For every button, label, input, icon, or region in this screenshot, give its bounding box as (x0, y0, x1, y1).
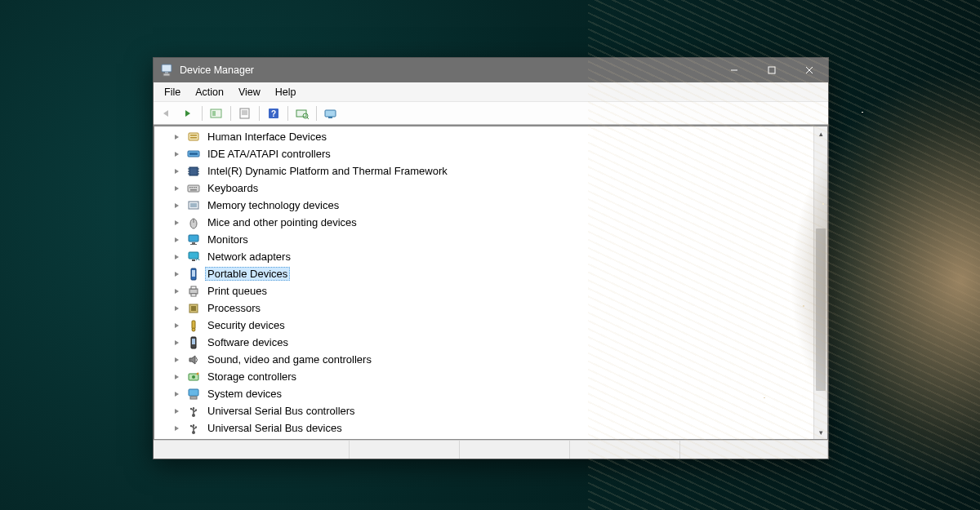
svg-rect-61 (190, 397, 197, 399)
tree-item-label: Portable Devices (205, 267, 290, 281)
svg-rect-65 (195, 409, 197, 410)
expander-icon[interactable] (172, 149, 182, 159)
tree-item[interactable]: System devices (154, 385, 813, 402)
toolbar-separator (202, 106, 203, 121)
toolbar-properties-button[interactable] (235, 104, 255, 122)
tree-item-label: Monitors (205, 233, 251, 246)
tree-item[interactable]: Portable Devices (154, 265, 813, 282)
toolbar-separator (316, 106, 317, 121)
toolbar-help-button[interactable]: ? (264, 104, 283, 122)
tree-item[interactable]: Keyboards (154, 180, 813, 197)
expander-icon[interactable] (172, 406, 182, 416)
keyboard-icon (187, 182, 200, 195)
titlebar[interactable]: Device Manager (154, 58, 828, 82)
expander-icon[interactable] (172, 132, 182, 142)
toolbar-separator (287, 106, 288, 121)
menu-view-label: View (238, 86, 261, 98)
svg-rect-49 (189, 289, 198, 294)
expander-icon[interactable] (172, 304, 182, 313)
menu-view[interactable]: View (231, 82, 268, 101)
storage-icon (187, 370, 200, 384)
tree-item[interactable]: Mice and other pointing devices (154, 214, 813, 231)
status-cell (460, 441, 570, 459)
svg-rect-44 (190, 244, 197, 245)
tree-item[interactable]: Security devices (154, 317, 813, 334)
tree-item[interactable]: Network adapters (154, 248, 813, 265)
svg-rect-24 (189, 153, 198, 155)
menu-help[interactable]: Help (268, 82, 304, 101)
svg-rect-57 (192, 339, 195, 344)
toolbar-show-tree-button[interactable] (207, 104, 226, 122)
svg-rect-25 (189, 167, 198, 175)
toolbar-back-button[interactable] (157, 104, 176, 122)
expander-icon[interactable] (172, 218, 182, 228)
vertical-scrollbar[interactable]: ▴ ▾ (813, 126, 827, 439)
window-title: Device Manager (180, 64, 254, 76)
menu-action[interactable]: Action (188, 82, 231, 101)
toolbar-forward-button[interactable] (178, 104, 198, 122)
expander-icon[interactable] (172, 424, 182, 433)
tree-item-label: Keyboards (205, 181, 261, 195)
tree-item-label: Memory technology devices (205, 198, 341, 212)
svg-rect-69 (195, 426, 197, 428)
cpu-icon (187, 302, 200, 315)
expander-icon[interactable] (172, 201, 182, 211)
svg-rect-20 (189, 133, 198, 140)
expander-icon[interactable] (172, 166, 182, 176)
svg-rect-2 (165, 72, 168, 73)
tree-item-label: Universal Serial Bus controllers (205, 404, 358, 418)
tree-item-label: Security devices (205, 318, 287, 332)
tree-item[interactable]: Universal Serial Bus controllers (154, 402, 813, 419)
expander-icon[interactable] (172, 338, 182, 348)
tree-item[interactable]: Intel(R) Dynamic Platform and Thermal Fr… (154, 162, 813, 180)
maximize-button[interactable] (753, 58, 791, 82)
svg-rect-34 (192, 187, 194, 188)
tree-item[interactable]: Storage controllers (154, 368, 813, 385)
svg-rect-45 (189, 252, 198, 259)
mouse-icon (187, 216, 200, 229)
tree-pane: Human Interface DevicesIDE ATA/ATAPI con… (154, 126, 828, 440)
scroll-track[interactable] (814, 140, 827, 425)
tree-item-label: Network adapters (205, 250, 293, 264)
expander-icon[interactable] (172, 372, 182, 382)
minimize-button[interactable] (715, 58, 753, 82)
svg-rect-1 (163, 73, 170, 76)
svg-point-68 (190, 424, 192, 426)
tree-item[interactable]: Sound, video and game controllers (154, 351, 813, 368)
svg-point-59 (192, 375, 195, 379)
svg-rect-53 (191, 306, 196, 311)
system-icon (187, 388, 200, 401)
tree-item[interactable]: Memory technology devices (154, 197, 813, 214)
scroll-down-button[interactable]: ▾ (814, 425, 827, 439)
expander-icon[interactable] (172, 269, 182, 279)
svg-rect-8 (212, 111, 216, 116)
expander-icon[interactable] (172, 235, 182, 245)
tree-item[interactable]: Processors (154, 299, 813, 317)
close-button[interactable] (791, 58, 828, 82)
tree-item[interactable]: Monitors (154, 231, 813, 248)
expander-icon[interactable] (172, 286, 182, 296)
tree-item[interactable]: Print queues (154, 282, 813, 299)
status-cell (350, 441, 460, 459)
toolbar-add-hardware-button[interactable] (321, 104, 341, 122)
expander-icon[interactable] (172, 184, 182, 193)
menu-action-label: Action (195, 86, 224, 98)
security-icon (187, 319, 200, 332)
scroll-thumb[interactable] (816, 228, 826, 391)
expander-icon[interactable] (172, 389, 182, 399)
tree-item-label: Storage controllers (205, 370, 299, 384)
expander-icon[interactable] (172, 321, 182, 330)
memory-icon (187, 199, 200, 212)
portable-icon (187, 268, 200, 281)
toolbar-scan-hardware-button[interactable] (292, 104, 312, 122)
tree-item[interactable]: IDE ATA/ATAPI controllers (154, 145, 813, 162)
device-tree[interactable]: Human Interface DevicesIDE ATA/ATAPI con… (154, 126, 813, 439)
tree-item[interactable]: Human Interface Devices (154, 128, 813, 145)
expander-icon[interactable] (172, 355, 182, 365)
scroll-up-button[interactable]: ▴ (814, 126, 827, 140)
menu-file[interactable]: File (157, 82, 188, 101)
tree-item[interactable]: Universal Serial Bus devices (154, 419, 813, 437)
expander-icon[interactable] (172, 252, 182, 262)
svg-rect-32 (188, 185, 199, 192)
tree-item[interactable]: Software devices (154, 334, 813, 351)
